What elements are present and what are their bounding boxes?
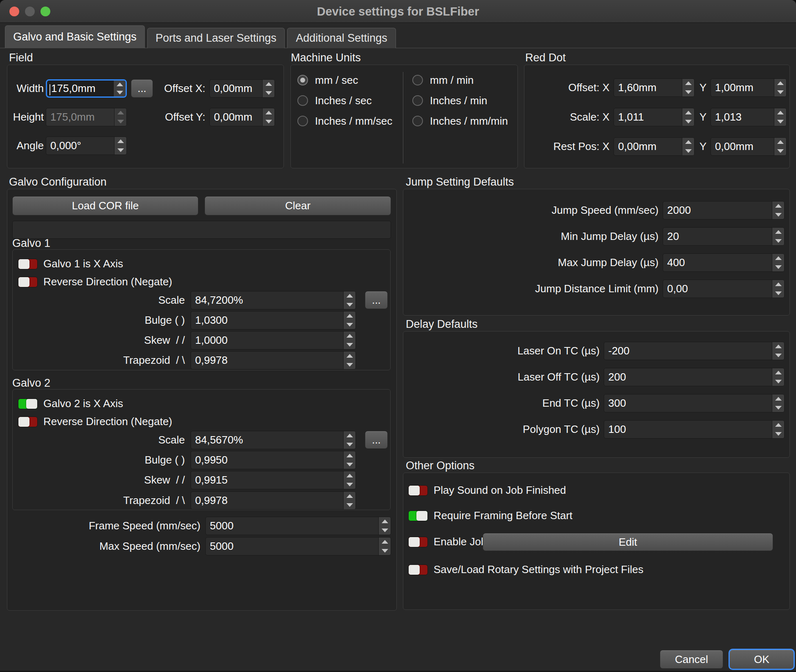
width-spin-buttons[interactable] — [113, 81, 126, 96]
spin-up-icon[interactable] — [682, 138, 694, 147]
spin-buttons[interactable] — [378, 517, 391, 535]
galvo1-reverse-label[interactable]: Reverse Direction (Negate) — [43, 273, 172, 291]
spin-buttons[interactable] — [774, 138, 786, 155]
spin-down-icon[interactable] — [344, 340, 355, 349]
jump-speed-input[interactable]: 2000 — [663, 201, 785, 220]
spin-buttons[interactable] — [343, 471, 355, 489]
spin-buttons[interactable] — [774, 108, 786, 126]
save-load-rotary-toggle[interactable] — [408, 564, 428, 575]
spin-up-icon[interactable] — [774, 79, 786, 88]
spin-up-icon[interactable] — [344, 352, 355, 361]
spin-down-icon[interactable] — [344, 460, 355, 469]
end-tc-input[interactable]: 300 — [604, 394, 785, 412]
offset-x-spin-buttons[interactable] — [262, 80, 274, 97]
spin-buttons[interactable] — [774, 79, 786, 96]
spin-up-icon[interactable] — [772, 421, 784, 430]
galvo1-skew-input[interactable]: 1,0000 — [191, 331, 356, 349]
spin-up-icon[interactable] — [379, 538, 391, 547]
red-dot-rest-pos-y-input[interactable]: 0,00mm — [711, 137, 787, 156]
spin-up-icon[interactable] — [774, 138, 786, 147]
spin-down-icon[interactable] — [379, 526, 391, 535]
galvo1-scale-input[interactable]: 84,7200% — [191, 291, 356, 309]
radio-inches-per-mm-min-label[interactable]: Inches / mm/min — [430, 112, 508, 130]
spin-up-icon[interactable] — [772, 202, 784, 211]
spin-buttons[interactable] — [772, 254, 784, 271]
spin-buttons[interactable] — [343, 492, 355, 509]
laser-on-tc-input[interactable]: -200 — [604, 342, 785, 360]
spin-down-icon[interactable] — [344, 320, 355, 329]
polygon-tc-input[interactable]: 100 — [604, 420, 785, 439]
spin-down-icon[interactable] — [774, 117, 786, 126]
galvo2-reverse-toggle[interactable] — [18, 417, 38, 427]
spin-down-icon[interactable] — [682, 117, 694, 126]
radio-inches-per-min-label[interactable]: Inches / min — [430, 92, 487, 110]
galvo2-scale-input[interactable]: 84,5670% — [191, 431, 356, 449]
spin-buttons[interactable] — [378, 538, 391, 555]
angle-input[interactable]: 0,000° — [46, 137, 127, 155]
spin-buttons[interactable] — [343, 431, 355, 449]
spin-down-icon[interactable] — [772, 289, 784, 298]
spin-up-icon[interactable] — [772, 368, 784, 377]
spin-up-icon[interactable] — [263, 108, 274, 117]
spin-down-icon[interactable] — [115, 146, 126, 155]
spin-up-icon[interactable] — [682, 79, 694, 88]
spin-buttons[interactable] — [772, 342, 784, 360]
max-jump-delay-input[interactable]: 400 — [663, 253, 785, 272]
spin-buttons[interactable] — [682, 108, 694, 126]
spin-down-icon[interactable] — [772, 211, 784, 220]
spin-down-icon[interactable] — [772, 430, 784, 439]
require-framing-label[interactable]: Require Framing Before Start — [434, 506, 573, 525]
spin-buttons[interactable] — [772, 202, 784, 219]
galvo1-reverse-toggle[interactable] — [18, 277, 38, 287]
angle-spin-buttons[interactable] — [114, 137, 126, 155]
width-input[interactable]: 175,0mm — [46, 79, 127, 98]
spin-buttons[interactable] — [772, 394, 784, 412]
spin-up-icon[interactable] — [772, 394, 784, 403]
radio-inches-per-min[interactable] — [412, 95, 423, 106]
spin-up-icon[interactable] — [344, 451, 355, 460]
galvo2-trapezoid-input[interactable]: 0,9978 — [191, 491, 356, 510]
radio-inches-per-sec[interactable] — [297, 95, 308, 106]
radio-mm-per-min[interactable] — [412, 75, 423, 85]
spin-up-icon[interactable] — [772, 280, 784, 289]
spin-buttons[interactable] — [682, 138, 694, 155]
spin-buttons[interactable] — [772, 368, 784, 386]
red-dot-offset-y-input[interactable]: 1,00mm — [711, 78, 787, 97]
spin-buttons[interactable] — [682, 79, 694, 96]
frame-speed-input[interactable]: 5000 — [205, 517, 391, 535]
spin-down-icon[interactable] — [774, 147, 786, 156]
spin-down-icon[interactable] — [344, 361, 355, 370]
spin-down-icon[interactable] — [344, 300, 355, 309]
galvo2-x-axis-label[interactable]: Galvo 2 is X Axis — [43, 394, 123, 413]
min-jump-delay-input[interactable]: 20 — [663, 227, 785, 246]
red-dot-scale-y-input[interactable]: 1,013 — [711, 108, 787, 126]
spin-buttons[interactable] — [343, 451, 355, 469]
spin-up-icon[interactable] — [344, 471, 355, 480]
require-framing-toggle[interactable] — [408, 511, 428, 521]
spin-down-icon[interactable] — [263, 89, 274, 98]
spin-up-icon[interactable] — [772, 342, 784, 351]
max-speed-input[interactable]: 5000 — [205, 537, 391, 556]
spin-down-icon[interactable] — [774, 88, 786, 97]
spin-down-icon[interactable] — [772, 237, 784, 246]
spin-up-icon[interactable] — [344, 332, 355, 340]
spin-down-icon[interactable] — [682, 88, 694, 97]
spin-up-icon[interactable] — [115, 137, 126, 146]
edit-checklist-button[interactable]: Edit — [483, 533, 773, 551]
spin-buttons[interactable] — [343, 311, 355, 329]
red-dot-rest-pos-x-input[interactable]: 0,00mm — [614, 137, 695, 156]
spin-down-icon[interactable] — [344, 440, 355, 449]
laser-off-tc-input[interactable]: 200 — [604, 368, 785, 386]
spin-up-icon[interactable] — [114, 81, 126, 89]
enable-job-checklist-toggle[interactable] — [408, 537, 428, 547]
spin-buttons[interactable] — [772, 421, 784, 438]
galvo2-bulge-input[interactable]: 0,9950 — [191, 451, 356, 469]
zoom-icon[interactable] — [40, 7, 50, 16]
offset-x-input[interactable]: 0,00mm — [209, 79, 275, 98]
ok-button[interactable]: OK — [729, 649, 795, 670]
spin-down-icon[interactable] — [344, 480, 355, 489]
galvo1-trapezoid-input[interactable]: 0,9978 — [191, 351, 356, 370]
galvo1-bulge-input[interactable]: 1,0300 — [191, 311, 356, 329]
offset-y-spin-buttons[interactable] — [262, 108, 274, 126]
spin-buttons[interactable] — [772, 228, 784, 245]
